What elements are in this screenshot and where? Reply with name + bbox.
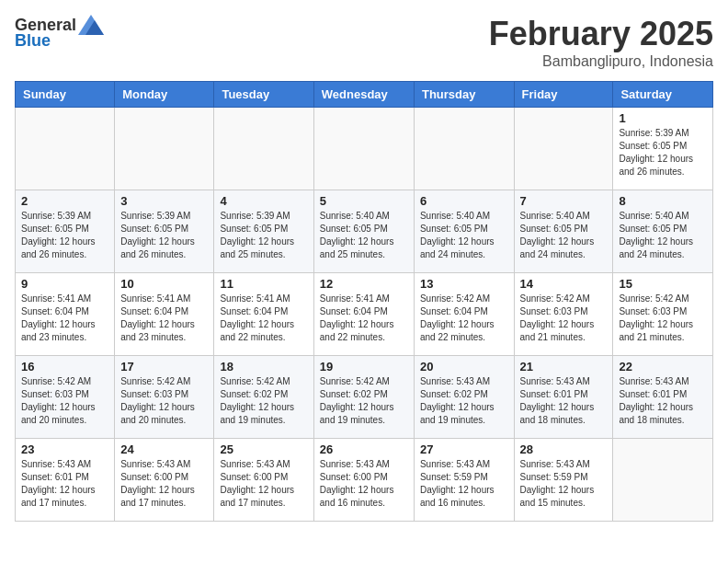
day-info: Sunrise: 5:41 AM Sunset: 6:04 PM Dayligh… xyxy=(21,293,108,344)
calendar-cell: 22Sunrise: 5:43 AM Sunset: 6:01 PM Dayli… xyxy=(613,356,713,439)
day-number: 21 xyxy=(520,360,608,373)
calendar-cell: 18Sunrise: 5:42 AM Sunset: 6:02 PM Dayli… xyxy=(214,356,313,439)
calendar-cell: 7Sunrise: 5:40 AM Sunset: 6:05 PM Daylig… xyxy=(514,190,613,273)
day-info: Sunrise: 5:42 AM Sunset: 6:03 PM Dayligh… xyxy=(120,375,208,427)
calendar-cell xyxy=(613,439,713,522)
day-number: 8 xyxy=(619,194,707,208)
calendar-cell: 23Sunrise: 5:43 AM Sunset: 6:01 PM Dayli… xyxy=(16,439,115,522)
calendar-cell: 4Sunrise: 5:39 AM Sunset: 6:05 PM Daylig… xyxy=(214,190,313,273)
day-number: 18 xyxy=(220,360,307,373)
day-info: Sunrise: 5:43 AM Sunset: 5:59 PM Dayligh… xyxy=(520,458,608,510)
calendar-cell xyxy=(514,108,613,190)
calendar-cell: 2Sunrise: 5:39 AM Sunset: 6:05 PM Daylig… xyxy=(16,190,115,273)
calendar-cell: 11Sunrise: 5:41 AM Sunset: 6:04 PM Dayli… xyxy=(214,273,313,356)
column-header-saturday: Saturday xyxy=(613,82,713,108)
calendar-cell: 5Sunrise: 5:40 AM Sunset: 6:05 PM Daylig… xyxy=(313,190,414,273)
column-header-monday: Monday xyxy=(115,82,214,108)
day-number: 17 xyxy=(120,360,208,373)
day-info: Sunrise: 5:40 AM Sunset: 6:05 PM Dayligh… xyxy=(320,210,408,261)
calendar-cell: 9Sunrise: 5:41 AM Sunset: 6:04 PM Daylig… xyxy=(16,273,115,356)
calendar-cell: 20Sunrise: 5:43 AM Sunset: 6:02 PM Dayli… xyxy=(414,356,514,439)
day-number: 22 xyxy=(619,360,707,373)
day-info: Sunrise: 5:43 AM Sunset: 6:00 PM Dayligh… xyxy=(120,458,208,510)
day-info: Sunrise: 5:40 AM Sunset: 6:05 PM Dayligh… xyxy=(619,210,707,261)
calendar-title: February 2025 xyxy=(489,15,713,53)
calendar-cell xyxy=(16,108,115,190)
day-number: 3 xyxy=(120,194,208,208)
header: General Blue February 2025 Bambanglipuro… xyxy=(15,15,713,70)
day-number: 2 xyxy=(21,194,108,208)
day-info: Sunrise: 5:39 AM Sunset: 6:05 PM Dayligh… xyxy=(21,210,108,261)
day-info: Sunrise: 5:43 AM Sunset: 6:00 PM Dayligh… xyxy=(220,458,307,510)
calendar-cell xyxy=(414,108,514,190)
calendar-cell: 14Sunrise: 5:42 AM Sunset: 6:03 PM Dayli… xyxy=(514,273,613,356)
calendar-cell: 26Sunrise: 5:43 AM Sunset: 6:00 PM Dayli… xyxy=(313,439,414,522)
day-number: 26 xyxy=(320,442,408,456)
day-info: Sunrise: 5:42 AM Sunset: 6:04 PM Dayligh… xyxy=(420,293,508,344)
calendar-cell: 19Sunrise: 5:42 AM Sunset: 6:02 PM Dayli… xyxy=(313,356,414,439)
calendar-cell xyxy=(214,108,313,190)
logo-blue-text: Blue xyxy=(15,31,51,51)
calendar-cell xyxy=(115,108,214,190)
day-number: 13 xyxy=(420,277,508,291)
calendar-cell: 28Sunrise: 5:43 AM Sunset: 5:59 PM Dayli… xyxy=(514,439,613,522)
calendar-cell: 1Sunrise: 5:39 AM Sunset: 6:05 PM Daylig… xyxy=(613,108,713,190)
day-number: 20 xyxy=(420,360,508,373)
day-number: 10 xyxy=(120,277,208,291)
column-header-thursday: Thursday xyxy=(414,82,514,108)
column-header-tuesday: Tuesday xyxy=(214,82,313,108)
column-header-wednesday: Wednesday xyxy=(313,82,414,108)
day-info: Sunrise: 5:43 AM Sunset: 6:01 PM Dayligh… xyxy=(21,458,108,510)
day-number: 14 xyxy=(520,277,608,291)
day-number: 7 xyxy=(520,194,608,208)
day-info: Sunrise: 5:42 AM Sunset: 6:03 PM Dayligh… xyxy=(21,375,108,427)
day-number: 6 xyxy=(420,194,508,208)
day-info: Sunrise: 5:40 AM Sunset: 6:05 PM Dayligh… xyxy=(420,210,508,261)
day-number: 16 xyxy=(21,360,108,373)
calendar-cell: 27Sunrise: 5:43 AM Sunset: 5:59 PM Dayli… xyxy=(414,439,514,522)
day-number: 24 xyxy=(120,442,208,456)
day-info: Sunrise: 5:39 AM Sunset: 6:05 PM Dayligh… xyxy=(120,210,208,261)
day-number: 5 xyxy=(320,194,408,208)
day-info: Sunrise: 5:41 AM Sunset: 6:04 PM Dayligh… xyxy=(120,293,208,344)
calendar-cell: 25Sunrise: 5:43 AM Sunset: 6:00 PM Dayli… xyxy=(214,439,313,522)
day-info: Sunrise: 5:43 AM Sunset: 6:00 PM Dayligh… xyxy=(320,458,408,510)
calendar-cell: 13Sunrise: 5:42 AM Sunset: 6:04 PM Dayli… xyxy=(414,273,514,356)
column-header-friday: Friday xyxy=(514,82,613,108)
day-info: Sunrise: 5:39 AM Sunset: 6:05 PM Dayligh… xyxy=(220,210,307,261)
day-info: Sunrise: 5:41 AM Sunset: 6:04 PM Dayligh… xyxy=(220,293,307,344)
day-number: 27 xyxy=(420,442,508,456)
calendar-cell: 16Sunrise: 5:42 AM Sunset: 6:03 PM Dayli… xyxy=(16,356,115,439)
calendar-table: SundayMondayTuesdayWednesdayThursdayFrid… xyxy=(15,81,713,522)
day-number: 4 xyxy=(220,194,307,208)
calendar-cell: 17Sunrise: 5:42 AM Sunset: 6:03 PM Dayli… xyxy=(115,356,214,439)
day-number: 23 xyxy=(21,442,108,456)
calendar-cell: 3Sunrise: 5:39 AM Sunset: 6:05 PM Daylig… xyxy=(115,190,214,273)
day-info: Sunrise: 5:41 AM Sunset: 6:04 PM Dayligh… xyxy=(320,293,408,344)
calendar-cell: 6Sunrise: 5:40 AM Sunset: 6:05 PM Daylig… xyxy=(414,190,514,273)
day-number: 9 xyxy=(21,277,108,291)
day-number: 25 xyxy=(220,442,307,456)
calendar-cell xyxy=(313,108,414,190)
day-number: 28 xyxy=(520,442,608,456)
column-header-sunday: Sunday xyxy=(16,82,115,108)
calendar-cell: 24Sunrise: 5:43 AM Sunset: 6:00 PM Dayli… xyxy=(115,439,214,522)
day-info: Sunrise: 5:43 AM Sunset: 6:02 PM Dayligh… xyxy=(420,375,508,427)
day-number: 12 xyxy=(320,277,408,291)
calendar-cell: 15Sunrise: 5:42 AM Sunset: 6:03 PM Dayli… xyxy=(613,273,713,356)
day-info: Sunrise: 5:40 AM Sunset: 6:05 PM Dayligh… xyxy=(520,210,608,261)
day-info: Sunrise: 5:42 AM Sunset: 6:03 PM Dayligh… xyxy=(520,293,608,344)
logo: General Blue xyxy=(15,15,104,51)
day-number: 15 xyxy=(619,277,707,291)
logo-icon xyxy=(78,15,104,35)
day-info: Sunrise: 5:42 AM Sunset: 6:03 PM Dayligh… xyxy=(619,293,707,344)
day-number: 19 xyxy=(320,360,408,373)
calendar-subtitle: Bambanglipuro, Indonesia xyxy=(489,53,713,70)
day-info: Sunrise: 5:43 AM Sunset: 5:59 PM Dayligh… xyxy=(420,458,508,510)
day-info: Sunrise: 5:39 AM Sunset: 6:05 PM Dayligh… xyxy=(619,127,707,178)
day-number: 1 xyxy=(619,111,707,125)
calendar-cell: 8Sunrise: 5:40 AM Sunset: 6:05 PM Daylig… xyxy=(613,190,713,273)
day-info: Sunrise: 5:42 AM Sunset: 6:02 PM Dayligh… xyxy=(220,375,307,427)
title-section: February 2025 Bambanglipuro, Indonesia xyxy=(489,15,713,70)
day-info: Sunrise: 5:43 AM Sunset: 6:01 PM Dayligh… xyxy=(619,375,707,427)
